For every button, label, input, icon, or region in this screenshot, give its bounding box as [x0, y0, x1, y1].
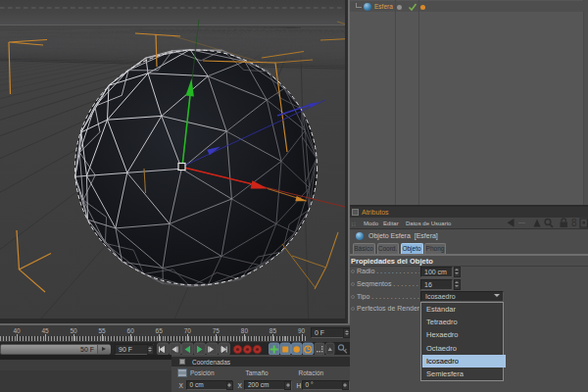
- svg-text:8: 8: [571, 218, 577, 228]
